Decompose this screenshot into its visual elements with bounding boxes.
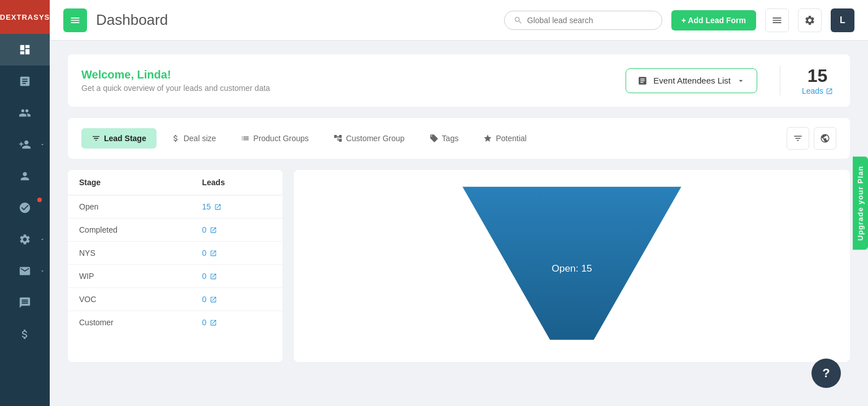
external-link-icon — [210, 250, 217, 257]
welcome-heading: Welcome, Linda! — [81, 68, 626, 81]
sidebar-item-settings[interactable] — [0, 224, 50, 255]
welcome-bar: Welcome, Linda! Get a quick overview of … — [68, 54, 850, 107]
stage-cell: Open — [68, 195, 190, 219]
page-title: Dashboard — [96, 11, 495, 29]
leads-link-cell[interactable]: 0 — [202, 295, 271, 304]
menu-toggle-button[interactable] — [63, 8, 87, 32]
add-user-icon — [19, 138, 31, 151]
filter-tabs: Lead Stage Deal size Product Groups Cust… — [68, 118, 850, 159]
funnel-chart-card: Open: 15 — [294, 170, 850, 362]
expand-settings-icon — [40, 237, 45, 242]
leads-cell: 15 — [190, 195, 283, 219]
leads-cell: 0 — [190, 242, 283, 265]
col-stage: Stage — [68, 170, 190, 195]
leads-link-cell[interactable]: 0 — [202, 318, 271, 327]
sidebar-item-speech[interactable] — [0, 287, 50, 318]
welcome-text: Welcome, Linda! Get a quick overview of … — [81, 68, 626, 93]
settings-icon — [19, 233, 31, 246]
table-row: NYS0 — [68, 242, 283, 265]
sidebar-item-profile[interactable] — [0, 160, 50, 192]
tab-deal-size[interactable]: Deal size — [161, 128, 227, 149]
sidebar-item-dashboard[interactable] — [0, 34, 50, 66]
table-scroll[interactable]: Stage Leads Open15 Completed0 NYS0 WIP0 … — [68, 170, 283, 334]
leads-number: 15 — [798, 66, 836, 86]
funnel-label: Open: 15 — [552, 263, 592, 274]
funnel-icon — [92, 134, 101, 143]
stage-cell: Customer — [68, 311, 190, 334]
profile-icon — [19, 170, 31, 182]
sidebar-item-reports[interactable] — [0, 66, 50, 97]
stage-cell: VOC — [68, 288, 190, 311]
sidebar: DEXTRASYS — [0, 0, 50, 406]
billing-icon — [19, 328, 31, 340]
messages-icon — [19, 265, 31, 277]
leads-cell: 0 — [190, 288, 283, 311]
filter-icon — [793, 133, 803, 143]
leads-link[interactable]: Leads — [798, 86, 836, 95]
leads-link-cell[interactable]: 0 — [202, 272, 271, 281]
table-row: WIP0 — [68, 265, 283, 288]
external-link-icon — [210, 319, 217, 326]
sidebar-item-billing[interactable] — [0, 318, 50, 350]
leads-cell: 0 — [190, 311, 283, 334]
settings-button[interactable] — [798, 8, 822, 32]
speech-icon — [19, 296, 31, 309]
tab-potential[interactable]: Potential — [473, 128, 536, 149]
leads-count-section: 15 Leads — [780, 66, 836, 95]
globe-button[interactable] — [814, 127, 836, 150]
content-area: Welcome, Linda! Get a quick overview of … — [50, 41, 868, 406]
external-link-icon — [214, 203, 222, 211]
hamburger-menu-button[interactable] — [765, 8, 789, 32]
star-icon — [483, 134, 492, 143]
expand-icon — [40, 142, 45, 147]
welcome-subtitle: Get a quick overview of your leads and c… — [81, 84, 626, 93]
leads-link-cell[interactable]: 15 — [202, 202, 271, 211]
product-groups-icon — [241, 134, 250, 143]
expand-messages-icon — [40, 268, 45, 274]
external-link-icon — [210, 226, 217, 234]
external-link-icon — [210, 273, 217, 280]
gear-icon — [804, 15, 815, 26]
user-avatar[interactable]: L — [831, 8, 854, 32]
dashboard-icon — [19, 43, 31, 56]
users-icon — [19, 107, 31, 119]
tab-product-groups[interactable]: Product Groups — [231, 128, 319, 149]
sidebar-item-messages[interactable] — [0, 255, 50, 287]
table-row: Completed0 — [68, 219, 283, 242]
table-row: VOC0 — [68, 288, 283, 311]
tab-customer-group[interactable]: Customer Group — [323, 128, 414, 149]
add-lead-button[interactable]: + Add Lead Form — [671, 10, 756, 30]
external-link-icon — [210, 296, 217, 303]
stage-table-card: Stage Leads Open15 Completed0 NYS0 WIP0 … — [68, 170, 283, 362]
help-button[interactable]: ? — [811, 359, 841, 388]
leads-cell: 0 — [190, 219, 283, 242]
search-input[interactable] — [527, 16, 653, 25]
tab-tags[interactable]: Tags — [419, 128, 469, 149]
notification-badge — [37, 198, 42, 202]
external-link-icon — [826, 88, 833, 95]
event-attendees-button[interactable]: Event Attendees List — [626, 68, 757, 93]
hierarchy-icon — [333, 134, 342, 143]
stage-cell: NYS — [68, 242, 190, 265]
hamburger-icon — [70, 15, 81, 26]
sidebar-item-add-user[interactable] — [0, 129, 50, 160]
header: Dashboard + Add Lead Form L — [50, 0, 868, 41]
leads-cell: 0 — [190, 265, 283, 288]
search-box[interactable] — [504, 11, 662, 30]
leads-link-cell[interactable]: 0 — [202, 225, 271, 234]
table-row: Open15 — [68, 195, 283, 219]
dollar-icon — [171, 134, 180, 143]
upgrade-banner[interactable]: Upgrade your Plan — [853, 156, 868, 250]
table-row: Customer0 — [68, 311, 283, 334]
integration-icon — [19, 202, 31, 214]
sidebar-item-users[interactable] — [0, 97, 50, 129]
stage-cell: Completed — [68, 219, 190, 242]
filter-button[interactable] — [787, 127, 809, 150]
leads-link-cell[interactable]: 0 — [202, 248, 271, 257]
col-leads: Leads — [190, 170, 283, 195]
reports-icon — [19, 75, 31, 88]
tab-lead-stage[interactable]: Lead Stage — [81, 128, 157, 149]
sidebar-item-integration[interactable] — [0, 192, 50, 224]
tag-icon — [429, 134, 439, 143]
stage-table: Stage Leads Open15 Completed0 NYS0 WIP0 … — [68, 170, 283, 334]
